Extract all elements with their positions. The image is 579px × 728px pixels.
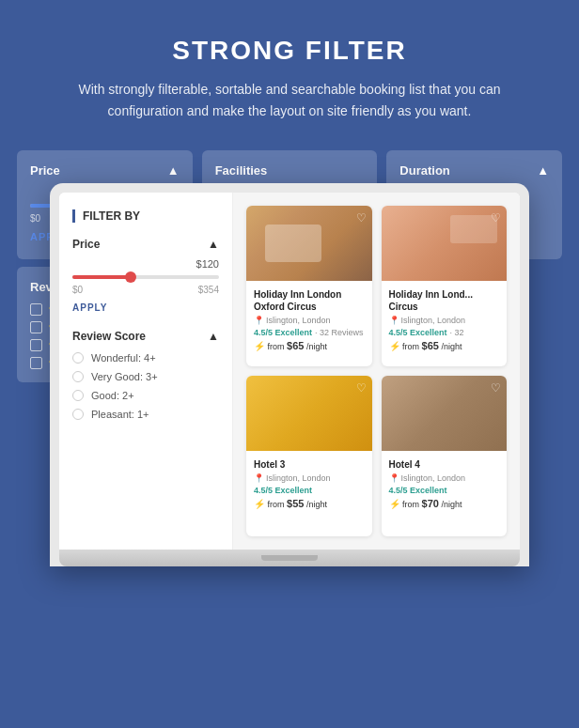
duration-label: Duration bbox=[399, 163, 449, 178]
radio-wonderful[interactable] bbox=[72, 352, 84, 364]
sidebar-apply-btn[interactable]: APPLY bbox=[72, 302, 219, 313]
r1-checkbox[interactable] bbox=[30, 303, 42, 316]
sidebar-range-labels: $0 $354 bbox=[72, 285, 219, 295]
review-very-good: Very Good: 3+ bbox=[72, 371, 219, 382]
hotel-img-3: ♡ bbox=[246, 376, 372, 451]
lightning-icon-1: ⚡ bbox=[254, 341, 265, 351]
radio-very-good[interactable] bbox=[72, 371, 84, 382]
laptop-wrapper: FILTER BY Price ▲ $120 bbox=[50, 183, 529, 566]
filter-sidebar: FILTER BY Price ▲ $120 bbox=[59, 193, 233, 550]
header-section: STRONG FILTER With strongly filterable, … bbox=[0, 0, 579, 150]
price-chevron: ▲ bbox=[167, 163, 180, 178]
hotel-price-3: ⚡ from $55 /night bbox=[254, 498, 365, 509]
hotel-card-3[interactable]: ♡ Hotel 3 📍 Islington, London 4.5/5 Exce… bbox=[246, 376, 372, 536]
facilities-panel-title: Facilities bbox=[215, 163, 365, 178]
radio-pleasant[interactable] bbox=[72, 409, 84, 420]
page-title: STRONG FILTER bbox=[56, 36, 523, 66]
hotel-location-1: 📍 Islington, London bbox=[254, 316, 365, 325]
price-label: Price bbox=[30, 163, 60, 178]
hotel-info-2: Holiday Inn Lond... Circus 📍 Islington, … bbox=[382, 281, 508, 366]
hotel-rating-3: 4.5/5 Excellent bbox=[254, 486, 365, 495]
sidebar-review-section: Review Score ▲ Wonderful: 4+ Very Good: … bbox=[72, 330, 219, 420]
hotel-name-4: Hotel 4 bbox=[389, 458, 500, 471]
hotel-location-2: 📍 Islington, London bbox=[389, 316, 500, 325]
hotel-rating-4: 4.5/5 Excellent bbox=[389, 486, 500, 495]
r4-checkbox[interactable] bbox=[30, 357, 42, 369]
price-amount-4: $70 bbox=[422, 498, 439, 509]
hotel-img-2: ♡ bbox=[382, 206, 508, 281]
hotel-info-4: Hotel 4 📍 Islington, London 4.5/5 Excell… bbox=[382, 451, 508, 536]
rating-val-3: 4.5/5 Excellent bbox=[254, 486, 312, 495]
r2-checkbox[interactable] bbox=[30, 321, 42, 333]
radio-good[interactable] bbox=[72, 390, 84, 401]
hotel-rating-1: 4.5/5 Excellent · 32 Reviews bbox=[254, 328, 365, 337]
location-pin-icon-3: 📍 bbox=[254, 473, 264, 483]
laptop-body: FILTER BY Price ▲ $120 bbox=[50, 183, 529, 566]
location-pin-icon-1: 📍 bbox=[254, 316, 264, 325]
location-pin-icon-2: 📍 bbox=[389, 316, 399, 325]
laptop-base bbox=[59, 550, 520, 566]
rating-val-1: 4.5/5 Excellent bbox=[254, 328, 312, 337]
hotel-price-1: ⚡ from $65 /night bbox=[254, 340, 365, 351]
duration-panel-title: Duration ▲ bbox=[399, 163, 549, 178]
review-good: Good: 2+ bbox=[72, 390, 219, 401]
sidebar-price-fill bbox=[72, 275, 128, 279]
heart-icon-4[interactable]: ♡ bbox=[491, 381, 501, 395]
hotel-price-2: ⚡ from $65 /night bbox=[389, 340, 500, 351]
lightning-icon-4: ⚡ bbox=[389, 499, 400, 509]
hotel-card-4[interactable]: ♡ Hotel 4 📍 Islington, London 4.5/5 Exce… bbox=[382, 376, 508, 536]
price-amount-1: $65 bbox=[287, 340, 304, 351]
reviews-2: · 32 bbox=[450, 328, 464, 337]
sidebar-price-title: Price ▲ bbox=[72, 238, 219, 251]
location-pin-icon-4: 📍 bbox=[389, 473, 399, 483]
sidebar-price-thumb[interactable] bbox=[125, 271, 136, 283]
hotel-info-1: Holiday Inn London Oxford Circus 📍 Islin… bbox=[246, 281, 372, 366]
hotel-price-4: ⚡ from $70 /night bbox=[389, 498, 500, 509]
review-wonderful: Wonderful: 4+ bbox=[72, 352, 219, 364]
hotel-name-2: Holiday Inn Lond... Circus bbox=[389, 288, 500, 313]
page-description: With strongly filterable, sortable and s… bbox=[56, 79, 523, 122]
sidebar-review-title: Review Score ▲ bbox=[72, 330, 219, 343]
hotel-location-3: 📍 Islington, London bbox=[254, 473, 365, 483]
r3-checkbox[interactable] bbox=[30, 339, 42, 351]
filter-by-label: FILTER BY bbox=[72, 209, 219, 223]
page-wrapper: STRONG FILTER With strongly filterable, … bbox=[0, 0, 579, 728]
hotel-name-3: Hotel 3 bbox=[254, 458, 365, 471]
hotel-img-1: ♡ bbox=[246, 206, 372, 281]
hotel-rating-2: 4.5/5 Excellent · 32 bbox=[389, 328, 500, 337]
hotel-img-4: ♡ bbox=[382, 376, 508, 451]
sidebar-price-value: $120 bbox=[72, 258, 219, 270]
hotel-location-4: 📍 Islington, London bbox=[389, 473, 500, 483]
heart-icon-2[interactable]: ♡ bbox=[491, 211, 501, 225]
laptop-notch bbox=[261, 555, 318, 561]
heart-icon-3[interactable]: ♡ bbox=[356, 381, 367, 395]
hotel-card-1[interactable]: ♡ Holiday Inn London Oxford Circus 📍 Isl… bbox=[246, 206, 372, 366]
price-panel-title: Price ▲ bbox=[30, 163, 180, 178]
hotel-name-1: Holiday Inn London Oxford Circus bbox=[254, 288, 365, 313]
rating-val-2: 4.5/5 Excellent bbox=[389, 328, 447, 337]
lightning-icon-3: ⚡ bbox=[254, 499, 265, 509]
lightning-icon-2: ⚡ bbox=[389, 341, 400, 351]
sidebar-price-section: Price ▲ $120 $0 $354 bbox=[72, 238, 219, 313]
heart-icon-1[interactable]: ♡ bbox=[356, 211, 367, 225]
review-pleasant: Pleasant: 1+ bbox=[72, 409, 219, 420]
price-min: $0 bbox=[30, 213, 40, 224]
hotel-info-3: Hotel 3 📍 Islington, London 4.5/5 Excell… bbox=[246, 451, 372, 536]
price-amount-3: $55 bbox=[287, 498, 304, 509]
duration-chevron: ▲ bbox=[537, 163, 549, 178]
hotels-grid: ♡ Holiday Inn London Oxford Circus 📍 Isl… bbox=[233, 193, 520, 550]
sidebar-max: $354 bbox=[198, 285, 219, 295]
price-amount-2: $65 bbox=[422, 340, 439, 351]
reviews-1: · 32 Reviews bbox=[315, 328, 364, 337]
hotel-card-2[interactable]: ♡ Holiday Inn Lond... Circus 📍 Islington… bbox=[382, 206, 508, 366]
rating-val-4: 4.5/5 Excellent bbox=[389, 486, 447, 495]
sidebar-min: $0 bbox=[72, 285, 83, 295]
facilities-label: Facilities bbox=[215, 163, 268, 178]
screen-content: FILTER BY Price ▲ $120 bbox=[59, 193, 520, 550]
laptop-screen: FILTER BY Price ▲ $120 bbox=[59, 193, 520, 550]
sidebar-price-track[interactable] bbox=[72, 275, 219, 279]
